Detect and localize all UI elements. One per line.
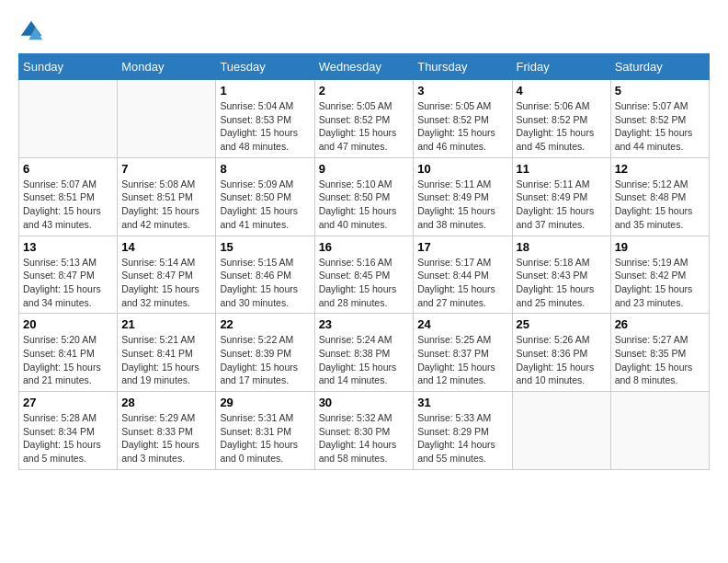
calendar-week-4: 20Sunrise: 5:20 AM Sunset: 8:41 PM Dayli… <box>19 314 710 392</box>
day-number: 19 <box>615 240 705 254</box>
calendar-day: 7Sunrise: 5:08 AM Sunset: 8:51 PM Daylig… <box>118 157 216 236</box>
calendar-day: 27Sunrise: 5:28 AM Sunset: 8:34 PM Dayli… <box>19 392 118 470</box>
day-info: Sunrise: 5:18 AM Sunset: 8:43 PM Dayligh… <box>517 256 607 310</box>
day-number: 8 <box>220 162 310 176</box>
calendar-day: 31Sunrise: 5:33 AM Sunset: 8:29 PM Dayli… <box>414 392 512 470</box>
day-number: 13 <box>23 240 113 254</box>
calendar-week-2: 6Sunrise: 5:07 AM Sunset: 8:51 PM Daylig… <box>19 157 710 236</box>
calendar-day: 10Sunrise: 5:11 AM Sunset: 8:49 PM Dayli… <box>414 157 512 236</box>
calendar-day: 26Sunrise: 5:27 AM Sunset: 8:35 PM Dayli… <box>610 314 709 392</box>
day-number: 6 <box>23 162 113 176</box>
day-number: 17 <box>417 240 507 254</box>
day-header-thursday: Thursday <box>414 54 512 80</box>
day-info: Sunrise: 5:25 AM Sunset: 8:37 PM Dayligh… <box>417 333 507 387</box>
calendar-day: 20Sunrise: 5:20 AM Sunset: 8:41 PM Dayli… <box>19 314 118 392</box>
day-header-wednesday: Wednesday <box>314 54 414 80</box>
day-number: 4 <box>517 84 607 98</box>
day-info: Sunrise: 5:15 AM Sunset: 8:46 PM Dayligh… <box>220 256 310 310</box>
day-info: Sunrise: 5:19 AM Sunset: 8:42 PM Dayligh… <box>615 256 705 310</box>
day-info: Sunrise: 5:06 AM Sunset: 8:52 PM Dayligh… <box>517 99 607 154</box>
day-number: 23 <box>319 317 410 331</box>
day-info: Sunrise: 5:09 AM Sunset: 8:50 PM Dayligh… <box>220 178 310 232</box>
day-number: 14 <box>121 240 211 254</box>
day-info: Sunrise: 5:05 AM Sunset: 8:52 PM Dayligh… <box>417 99 507 154</box>
calendar-day: 22Sunrise: 5:22 AM Sunset: 8:39 PM Dayli… <box>216 314 314 392</box>
day-number: 22 <box>220 317 310 331</box>
calendar-week-5: 27Sunrise: 5:28 AM Sunset: 8:34 PM Dayli… <box>19 392 710 470</box>
day-info: Sunrise: 5:26 AM Sunset: 8:36 PM Dayligh… <box>517 333 607 387</box>
day-number: 30 <box>319 396 410 409</box>
calendar-day <box>118 80 216 158</box>
day-header-tuesday: Tuesday <box>216 54 314 80</box>
calendar-day: 11Sunrise: 5:11 AM Sunset: 8:49 PM Dayli… <box>512 157 610 236</box>
calendar-day: 16Sunrise: 5:16 AM Sunset: 8:45 PM Dayli… <box>314 236 414 314</box>
day-info: Sunrise: 5:27 AM Sunset: 8:35 PM Dayligh… <box>615 333 705 387</box>
day-info: Sunrise: 5:17 AM Sunset: 8:44 PM Dayligh… <box>417 256 507 310</box>
day-info: Sunrise: 5:10 AM Sunset: 8:50 PM Dayligh… <box>319 178 410 232</box>
calendar-day: 5Sunrise: 5:07 AM Sunset: 8:52 PM Daylig… <box>610 80 709 158</box>
day-info: Sunrise: 5:32 AM Sunset: 8:30 PM Dayligh… <box>319 411 410 465</box>
day-number: 16 <box>319 240 410 254</box>
day-number: 27 <box>23 396 113 409</box>
calendar-day: 8Sunrise: 5:09 AM Sunset: 8:50 PM Daylig… <box>216 157 314 236</box>
day-number: 25 <box>517 317 607 331</box>
calendar-table: SundayMondayTuesdayWednesdayThursdayFrid… <box>18 53 710 470</box>
day-info: Sunrise: 5:29 AM Sunset: 8:33 PM Dayligh… <box>121 411 211 465</box>
day-info: Sunrise: 5:12 AM Sunset: 8:48 PM Dayligh… <box>615 178 705 232</box>
day-info: Sunrise: 5:08 AM Sunset: 8:51 PM Dayligh… <box>121 178 211 232</box>
day-info: Sunrise: 5:21 AM Sunset: 8:41 PM Dayligh… <box>121 333 211 387</box>
day-info: Sunrise: 5:14 AM Sunset: 8:47 PM Dayligh… <box>121 256 211 310</box>
calendar-day: 21Sunrise: 5:21 AM Sunset: 8:41 PM Dayli… <box>118 314 216 392</box>
day-info: Sunrise: 5:07 AM Sunset: 8:52 PM Dayligh… <box>615 99 705 154</box>
day-info: Sunrise: 5:16 AM Sunset: 8:45 PM Dayligh… <box>319 256 410 310</box>
day-number: 1 <box>220 84 310 98</box>
calendar-day: 15Sunrise: 5:15 AM Sunset: 8:46 PM Dayli… <box>216 236 314 314</box>
calendar-day <box>512 392 610 470</box>
day-info: Sunrise: 5:24 AM Sunset: 8:38 PM Dayligh… <box>319 333 410 387</box>
day-info: Sunrise: 5:07 AM Sunset: 8:51 PM Dayligh… <box>23 178 113 232</box>
calendar-day: 24Sunrise: 5:25 AM Sunset: 8:37 PM Dayli… <box>414 314 512 392</box>
day-info: Sunrise: 5:11 AM Sunset: 8:49 PM Dayligh… <box>417 178 507 232</box>
calendar-day: 6Sunrise: 5:07 AM Sunset: 8:51 PM Daylig… <box>19 157 118 236</box>
calendar-day: 3Sunrise: 5:05 AM Sunset: 8:52 PM Daylig… <box>414 80 512 158</box>
day-number: 26 <box>615 317 705 331</box>
day-number: 5 <box>615 84 705 98</box>
day-info: Sunrise: 5:05 AM Sunset: 8:52 PM Dayligh… <box>319 99 410 154</box>
calendar-day: 1Sunrise: 5:04 AM Sunset: 8:53 PM Daylig… <box>216 80 314 158</box>
calendar-day: 19Sunrise: 5:19 AM Sunset: 8:42 PM Dayli… <box>610 236 709 314</box>
day-header-monday: Monday <box>118 54 216 80</box>
calendar-day: 23Sunrise: 5:24 AM Sunset: 8:38 PM Dayli… <box>314 314 414 392</box>
day-number: 9 <box>319 162 410 176</box>
day-number: 24 <box>417 317 507 331</box>
calendar-day: 28Sunrise: 5:29 AM Sunset: 8:33 PM Dayli… <box>118 392 216 470</box>
calendar-day: 25Sunrise: 5:26 AM Sunset: 8:36 PM Dayli… <box>512 314 610 392</box>
day-info: Sunrise: 5:28 AM Sunset: 8:34 PM Dayligh… <box>23 411 113 465</box>
day-number: 18 <box>517 240 607 254</box>
day-number: 3 <box>417 84 507 98</box>
calendar-week-1: 1Sunrise: 5:04 AM Sunset: 8:53 PM Daylig… <box>19 80 710 158</box>
calendar-day: 12Sunrise: 5:12 AM Sunset: 8:48 PM Dayli… <box>610 157 709 236</box>
logo-icon <box>18 18 44 44</box>
day-info: Sunrise: 5:04 AM Sunset: 8:53 PM Dayligh… <box>220 99 310 154</box>
calendar-day <box>19 80 118 158</box>
calendar-day: 14Sunrise: 5:14 AM Sunset: 8:47 PM Dayli… <box>118 236 216 314</box>
calendar-day: 9Sunrise: 5:10 AM Sunset: 8:50 PM Daylig… <box>314 157 414 236</box>
calendar-day: 30Sunrise: 5:32 AM Sunset: 8:30 PM Dayli… <box>314 392 414 470</box>
calendar-day: 2Sunrise: 5:05 AM Sunset: 8:52 PM Daylig… <box>314 80 414 158</box>
day-header-friday: Friday <box>512 54 610 80</box>
calendar-day: 4Sunrise: 5:06 AM Sunset: 8:52 PM Daylig… <box>512 80 610 158</box>
day-info: Sunrise: 5:33 AM Sunset: 8:29 PM Dayligh… <box>417 411 507 465</box>
day-header-saturday: Saturday <box>610 54 709 80</box>
calendar-day: 18Sunrise: 5:18 AM Sunset: 8:43 PM Dayli… <box>512 236 610 314</box>
day-info: Sunrise: 5:13 AM Sunset: 8:47 PM Dayligh… <box>23 256 113 310</box>
day-number: 11 <box>517 162 607 176</box>
day-header-sunday: Sunday <box>19 54 118 80</box>
day-number: 31 <box>417 396 507 409</box>
logo <box>18 18 46 44</box>
calendar-day <box>610 392 709 470</box>
calendar-header-row: SundayMondayTuesdayWednesdayThursdayFrid… <box>19 54 710 80</box>
calendar-day: 29Sunrise: 5:31 AM Sunset: 8:31 PM Dayli… <box>216 392 314 470</box>
day-info: Sunrise: 5:22 AM Sunset: 8:39 PM Dayligh… <box>220 333 310 387</box>
day-number: 12 <box>615 162 705 176</box>
day-info: Sunrise: 5:20 AM Sunset: 8:41 PM Dayligh… <box>23 333 113 387</box>
